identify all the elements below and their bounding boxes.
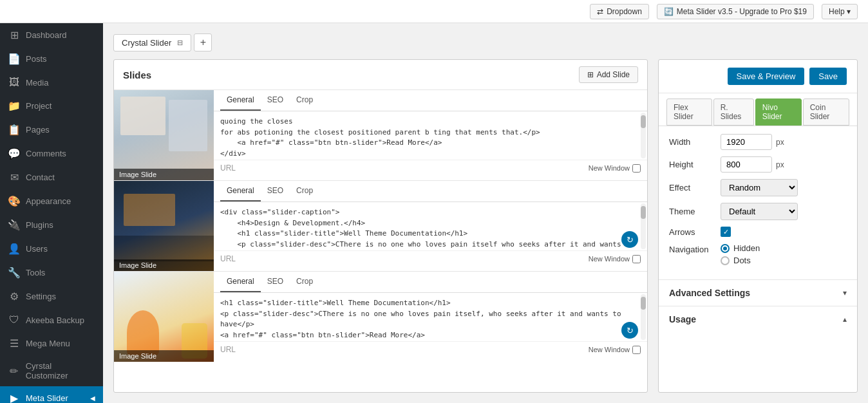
top-bar: ⇄ Dropdown 🔄 Meta Slider v3.5 - Upgrade … [0, 0, 868, 23]
slide-tab-seo-2[interactable]: SEO [261, 181, 290, 202]
sidebar-item-plugins[interactable]: 🔌 Plugins [0, 213, 103, 237]
slide-tab-general-2[interactable]: General [220, 181, 261, 202]
refresh-button-3[interactable]: ↻ [621, 322, 638, 339]
effect-select[interactable]: Random Fade Slide Box [721, 179, 798, 196]
metaslider-icon: ▶ [8, 392, 21, 403]
add-slider-tab[interactable]: + [194, 33, 212, 52]
height-row: Height px [669, 156, 847, 173]
slide-new-window-checkbox-1[interactable] [632, 164, 641, 173]
slider-tabs: Crystal Slider ⊟ + [113, 33, 858, 52]
sidebar-item-media[interactable]: 🖼 Media [0, 71, 103, 94]
sidebar-item-settings[interactable]: ⚙ Settings [0, 285, 103, 308]
theme-select[interactable]: Default Dark Light [721, 203, 798, 220]
sidebar-label-megamenu: Mega Menu [26, 339, 70, 348]
sidebar-item-appearance[interactable]: 🎨 Appearance [0, 189, 103, 213]
slide-thumbnail-2: Image Slide [114, 181, 214, 271]
slide-url-label-1: URL [220, 164, 236, 173]
sidebar-item-pages[interactable]: 📋 Pages [0, 118, 103, 142]
slider-type-nivo[interactable]: Nivo Slider [755, 98, 802, 126]
sidebar-item-tools[interactable]: 🔧 Tools [0, 261, 103, 285]
slide-code-3: <h1 class="slider-title">Well Theme Docu… [214, 293, 647, 341]
slide-new-window-1[interactable]: New Window [589, 164, 641, 173]
slide-new-window-checkbox-2[interactable] [632, 255, 641, 263]
users-icon: 👤 [8, 243, 21, 255]
sidebar-label-cyrstal: Cyrstal Customizer [26, 361, 95, 380]
nav-hidden-option[interactable]: Hidden [721, 243, 760, 253]
slider-tab-icon: ⊟ [177, 39, 183, 47]
height-input[interactable] [721, 156, 772, 173]
slide-scrollbar-1[interactable] [641, 113, 646, 158]
slide-new-window-3[interactable]: New Window [589, 346, 641, 354]
navigation-options: Hidden Dots [721, 243, 760, 265]
navigation-row: Navigation Hidden Dots [669, 243, 847, 265]
slide-scrollbar-3[interactable] [641, 294, 646, 340]
slide-tab-crop-1[interactable]: Crop [290, 90, 319, 111]
sidebar-label-plugins: Plugins [26, 220, 53, 230]
project-icon: 📁 [8, 100, 21, 112]
slide-content-1: General SEO Crop quoing the closes for a… [214, 90, 647, 180]
slide-code-2: <div class="slider-caption"> <h4>Design … [214, 202, 647, 250]
slide-tab-crop-2[interactable]: Crop [290, 181, 319, 202]
slide-content-2: General SEO Crop <div class="slider-capt… [214, 181, 647, 271]
sidebar-label-users: Users [26, 244, 48, 254]
slider-type-flex[interactable]: Flex Slider [666, 98, 712, 126]
sidebar-label-comments: Comments [26, 149, 66, 158]
slider-tab-crystal[interactable]: Crystal Slider ⊟ [113, 34, 191, 52]
slide-tab-seo-3[interactable]: SEO [261, 272, 290, 292]
arrows-checkbox[interactable]: ✓ [721, 227, 731, 237]
advanced-settings-label: Advanced Settings [669, 288, 750, 298]
comments-icon: 💬 [8, 147, 21, 160]
sidebar-item-dashboard[interactable]: ⊞ Dashboard [0, 23, 103, 47]
slide-url-row-1: URL New Window [214, 160, 647, 176]
slide-tab-general-1[interactable]: General [220, 90, 261, 111]
sidebar-label-media: Media [26, 78, 48, 88]
sidebar-label-metaslider: Meta Slider [26, 393, 68, 403]
contact-icon: ✉ [8, 171, 21, 183]
nav-dots-label: Dots [733, 256, 751, 265]
slide-tab-seo-1[interactable]: SEO [261, 90, 290, 111]
help-button[interactable]: Help ▾ [822, 4, 858, 19]
dropdown-button[interactable]: ⇄ Dropdown [590, 4, 649, 19]
nav-hidden-label: Hidden [733, 243, 760, 253]
slide-url-label-2: URL [220, 254, 236, 263]
slide-content-3: General SEO Crop <h1 class="slider-title… [214, 272, 647, 362]
nav-dots-option[interactable]: Dots [721, 256, 760, 265]
sidebar-item-metaslider[interactable]: ▶ Meta Slider ◀ [0, 386, 103, 403]
save-preview-button[interactable]: Save & Preview [728, 68, 805, 85]
sidebar-item-users[interactable]: 👤 Users [0, 237, 103, 261]
slide-thumbnail-1: Image Slide [114, 90, 214, 180]
slides-header: Slides ⊞ Add Slide [114, 60, 647, 90]
slide-tab-crop-3[interactable]: Crop [290, 272, 319, 292]
slide-item-2: Image Slide General SEO Crop <div class=… [114, 181, 647, 272]
usage-section[interactable]: Usage ▴ [659, 306, 857, 332]
posts-icon: 📄 [8, 53, 21, 65]
height-unit: px [776, 160, 784, 169]
save-button[interactable]: Save [809, 68, 847, 85]
nav-dots-radio[interactable] [721, 256, 730, 265]
sidebar-item-akeeba[interactable]: 🛡 Akeeba Backup [0, 308, 103, 332]
refresh-button-2[interactable]: ↻ [621, 231, 638, 248]
content-area: Slides ⊞ Add Slide Image Slide [113, 59, 858, 393]
width-input[interactable] [721, 134, 772, 150]
slide-new-window-2[interactable]: New Window [589, 255, 641, 263]
pro-icon: 🔄 [664, 7, 674, 16]
nav-hidden-radio[interactable] [721, 244, 730, 253]
slider-type-coin[interactable]: Coin Slider [803, 98, 849, 126]
sidebar-label-contact: Contact [26, 173, 55, 182]
slide-new-window-checkbox-3[interactable] [632, 346, 641, 354]
slider-type-rslides[interactable]: R. Slides [713, 98, 754, 126]
sidebar-item-cyrstal[interactable]: ✏ Cyrstal Customizer [0, 355, 103, 386]
slide-code-1: quoing the closes for abs potioning the … [214, 111, 647, 160]
sidebar-item-comments[interactable]: 💬 Comments [0, 142, 103, 165]
advanced-settings-section[interactable]: Advanced Settings ▾ [659, 279, 857, 306]
sidebar-item-posts[interactable]: 📄 Posts [0, 47, 103, 71]
add-slide-button[interactable]: ⊞ Add Slide [579, 66, 638, 83]
sidebar-item-contact[interactable]: ✉ Contact [0, 165, 103, 189]
sidebar-item-project[interactable]: 📁 Project [0, 94, 103, 118]
add-slide-icon: ⊞ [587, 70, 594, 79]
slide-tab-general-3[interactable]: General [220, 272, 261, 292]
sidebar-item-megamenu[interactable]: ☰ Mega Menu [0, 332, 103, 355]
dropdown-icon: ⇄ [597, 7, 603, 16]
slide-scrollbar-2[interactable] [641, 203, 646, 249]
main-content: Crystal Slider ⊟ + Slides ⊞ Add Slide [103, 23, 868, 403]
